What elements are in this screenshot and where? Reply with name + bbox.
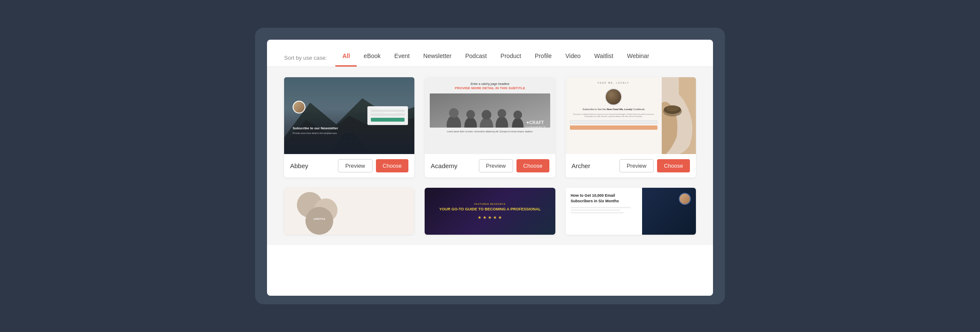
academy-choose-button[interactable]: Choose (516, 159, 549, 172)
archer-actions: Preview Choose (619, 159, 690, 172)
partial1-preview: LIFESTYLE (284, 188, 414, 235)
star4: ★ (493, 215, 497, 220)
svg-point-14 (513, 111, 522, 119)
academy-body-text: Lorem ipsum dolor sit amet, consectetur … (447, 130, 533, 133)
tab-product[interactable]: Product (494, 49, 528, 67)
line2 (571, 210, 621, 211)
archer-image-svg (662, 77, 696, 154)
abbey-body: Provide some more detail in this templat… (293, 132, 338, 135)
abbey-form (367, 106, 408, 125)
partial2-content: FEATURED RESOURCE YOUR GO-TO GUIDE TO BE… (439, 203, 541, 220)
star1: ★ (478, 215, 481, 220)
tab-video[interactable]: Video (559, 49, 588, 67)
svg-text:COMMERCE: COMMERCE (526, 125, 546, 128)
tab-webinar[interactable]: Webinar (620, 49, 656, 67)
archer-preview: FEED ME, LOVELY Subscribe to Get the New… (566, 77, 696, 154)
archer-choose-button[interactable]: Choose (657, 159, 690, 172)
circle3: LIFESTYLE (305, 207, 333, 235)
partial2-title: YOUR GO-TO GUIDE TO BECOMING A PROFESSIO… (439, 207, 541, 212)
academy-preview-button[interactable]: Preview (479, 159, 513, 172)
filter-bar: Sort by use case: All eBook Event Newsle… (267, 40, 713, 67)
svg-point-20 (666, 105, 679, 111)
archer-footer: Archer Preview Choose (566, 154, 696, 178)
archer-food-circle (605, 88, 622, 105)
abbey-email-field (371, 114, 405, 116)
archer-left-panel: FEED ME, LOVELY Subscribe to Get the New… (566, 77, 662, 154)
abbey-name-field (371, 110, 405, 112)
card-partial-2: FEATURED RESOURCE YOUR GO-TO GUIDE TO BE… (425, 188, 555, 235)
monitor-frame: Sort by use case: All eBook Event Newsle… (255, 28, 725, 304)
abbey-choose-button[interactable]: Choose (376, 159, 409, 172)
partial3-blog: How to Get 10,000 Email Subscribers in S… (566, 188, 643, 235)
abbey-heading: Subscribe to our Newsletter (293, 126, 338, 131)
archer-name: Archer (572, 162, 590, 169)
browser-window: Sort by use case: All eBook Event Newsle… (267, 40, 713, 296)
archer-right-panel (662, 77, 696, 154)
tab-profile[interactable]: Profile (528, 49, 559, 67)
card-academy: Enter a catchy page headline PROVIDE MOR… (425, 77, 555, 178)
cards-grid: Subscribe to our Newsletter Provide some… (284, 77, 696, 178)
partial2-preview: FEATURED RESOURCE YOUR GO-TO GUIDE TO BE… (425, 188, 555, 235)
archer-brand: FEED ME, LOVELY (598, 82, 629, 84)
cards-grid-partial: LIFESTYLE FEATURED RESOURCE YOUR GO-TO G… (284, 188, 696, 235)
academy-image-svg: ✦CRAFT COMMERCE (430, 93, 550, 128)
svg-text:✦CRAFT: ✦CRAFT (526, 120, 544, 125)
svg-point-10 (482, 110, 492, 120)
abbey-submit-btn (371, 118, 405, 122)
abbey-name: Abbey (290, 162, 308, 169)
archer-title: Subscribe to Get the New Feed Me, Lovely… (583, 108, 645, 111)
svg-point-6 (449, 108, 459, 118)
abbey-actions: Preview Choose (338, 159, 408, 172)
partial3-profile (642, 188, 696, 235)
line1 (571, 207, 631, 208)
archer-email-input (570, 120, 657, 124)
abbey-preview-button[interactable]: Preview (338, 159, 372, 172)
tab-waitlist[interactable]: Waitlist (587, 49, 620, 67)
star2: ★ (483, 215, 487, 220)
abbey-preview: Subscribe to our Newsletter Provide some… (284, 77, 414, 154)
academy-preview: Enter a catchy page headline PROVIDE MOR… (425, 77, 555, 154)
card-abbey: Subscribe to our Newsletter Provide some… (284, 77, 414, 178)
star-rating: ★ ★ ★ ★ ★ (439, 215, 541, 220)
card-archer: FEED ME, LOVELY Subscribe to Get the New… (566, 77, 696, 178)
card-partial-1: LIFESTYLE (284, 188, 414, 235)
star3: ★ (488, 215, 492, 220)
filter-label: Sort by use case: (284, 55, 327, 61)
abbey-text: Subscribe to our Newsletter Provide some… (293, 126, 338, 135)
line3 (571, 212, 624, 213)
academy-image: ✦CRAFT COMMERCE (430, 93, 550, 128)
tab-newsletter[interactable]: Newsletter (417, 49, 458, 67)
cards-container: Subscribe to our Newsletter Provide some… (267, 67, 713, 245)
academy-subtitle: PROVIDE MORE DETAIL IN THIS SUBTITLE (455, 86, 525, 90)
svg-point-8 (467, 110, 475, 119)
card-partial-3: How to Get 10,000 Email Subscribers in S… (566, 188, 696, 235)
partial3-avatar (679, 193, 691, 205)
tab-podcast[interactable]: Podcast (458, 49, 494, 67)
academy-actions: Preview Choose (479, 159, 549, 172)
archer-preview-button[interactable]: Preview (619, 159, 654, 172)
partial3-blog-title: How to Get 10,000 Email Subscribers in S… (571, 193, 637, 204)
academy-headline: Enter a catchy page headline (471, 82, 510, 85)
tab-event[interactable]: Event (387, 49, 417, 67)
academy-footer: Academy Preview Choose (425, 154, 555, 178)
abbey-avatar (293, 101, 305, 114)
archer-subscribe-btn (570, 125, 657, 130)
tab-ebook[interactable]: eBook (357, 49, 387, 67)
tab-all[interactable]: All (335, 49, 357, 67)
academy-name: Academy (431, 162, 458, 169)
abbey-footer: Abbey Preview Choose (284, 154, 414, 178)
svg-point-12 (498, 109, 506, 118)
star5: ★ (498, 215, 502, 220)
archer-desc: This year's cookbook features recipes fr… (570, 113, 657, 118)
partial3-lines (571, 207, 637, 213)
partial2-featured: FEATURED RESOURCE (439, 203, 541, 205)
filter-tabs: All eBook Event Newsletter Podcast Produ… (335, 49, 656, 67)
